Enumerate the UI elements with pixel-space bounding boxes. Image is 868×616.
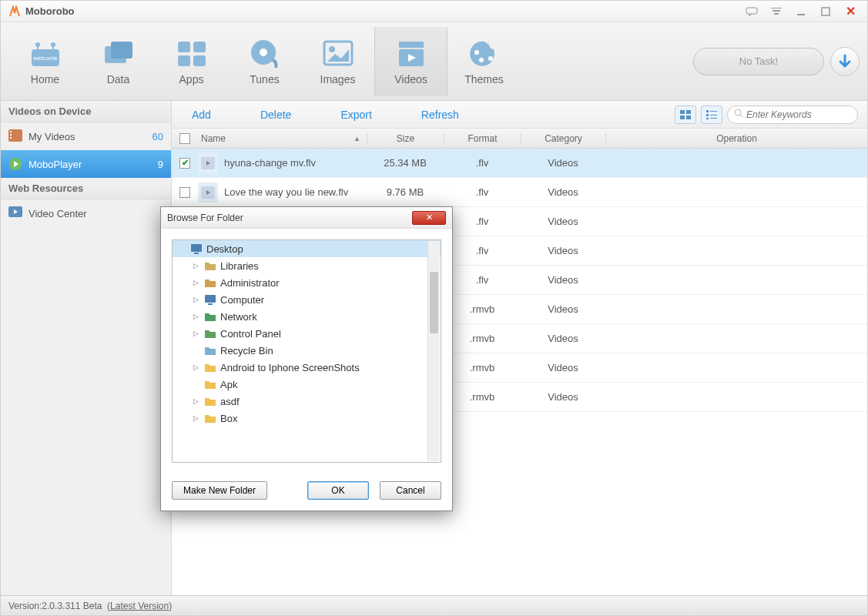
dialog-titlebar: Browse For Folder ✕ [161, 207, 452, 229]
tree-item[interactable]: ▷Libraries [173, 257, 441, 274]
folder-icon [203, 344, 217, 357]
tree-label: Libraries [220, 260, 259, 272]
dialog-close-button[interactable]: ✕ [412, 211, 446, 225]
tree-item[interactable]: ▷Computer [173, 291, 441, 308]
expand-arrow-icon[interactable]: ▷ [191, 330, 200, 337]
expand-arrow-icon[interactable]: ▷ [191, 397, 200, 405]
tree-item[interactable]: ▷Android to Iphone ScreenShots [173, 359, 441, 376]
modal-overlay: Browse For Folder ✕ Desktop▷Libraries▷Ad… [0, 0, 868, 616]
tree-item[interactable]: ▷Administrator [173, 274, 441, 291]
tree-item[interactable]: Desktop [173, 240, 441, 257]
folder-icon [203, 412, 217, 424]
ok-button[interactable]: OK [307, 481, 369, 500]
tree-item[interactable]: ▷Box [173, 410, 441, 427]
folder-icon [203, 293, 217, 306]
folder-icon [203, 395, 217, 407]
tree-label: Network [220, 311, 257, 323]
dialog-title: Browse For Folder [167, 213, 243, 223]
expand-arrow-icon[interactable]: ▷ [191, 279, 200, 286]
tree-label: Apk [220, 379, 237, 390]
tree-item[interactable]: Recycle Bin [173, 342, 441, 359]
make-new-folder-button[interactable]: Make New Folder [172, 481, 267, 500]
svg-rect-49 [191, 244, 202, 252]
browse-folder-dialog: Browse For Folder ✕ Desktop▷Libraries▷Ad… [160, 206, 453, 511]
tree-item[interactable]: ▷asdf [173, 393, 441, 410]
folder-icon [203, 327, 217, 340]
tree-item[interactable]: ▷Control Panel [173, 325, 441, 342]
tree-item[interactable]: Apk [173, 376, 441, 393]
expand-arrow-icon[interactable]: ▷ [191, 414, 200, 422]
tree-item[interactable]: ▷Network [173, 308, 441, 325]
folder-icon [203, 361, 217, 373]
tree-label: Recycle Bin [220, 345, 273, 357]
tree-label: Desktop [206, 243, 243, 255]
tree-label: asdf [220, 396, 240, 407]
folder-tree[interactable]: Desktop▷Libraries▷Administrator▷Computer… [172, 239, 441, 463]
folder-icon [203, 378, 217, 390]
expand-arrow-icon[interactable]: ▷ [191, 363, 200, 371]
expand-arrow-icon[interactable]: ▷ [191, 313, 200, 320]
expand-arrow-icon[interactable]: ▷ [191, 262, 200, 270]
tree-label: Android to Iphone ScreenShots [220, 362, 360, 373]
svg-rect-52 [208, 303, 213, 305]
tree-label: Box [220, 413, 237, 424]
folder-icon [203, 310, 217, 323]
tree-scrollbar[interactable] [427, 241, 440, 461]
scrollbar-thumb[interactable] [430, 272, 438, 333]
folder-icon [189, 243, 203, 255]
folder-icon [203, 276, 217, 289]
expand-arrow-icon[interactable]: ▷ [191, 296, 200, 303]
svg-rect-50 [194, 253, 199, 254]
svg-rect-51 [205, 295, 216, 303]
tree-label: Control Panel [220, 328, 281, 340]
folder-icon [203, 259, 217, 272]
cancel-button[interactable]: Cancel [380, 481, 441, 500]
tree-label: Computer [220, 294, 264, 306]
tree-label: Administrator [220, 277, 280, 289]
